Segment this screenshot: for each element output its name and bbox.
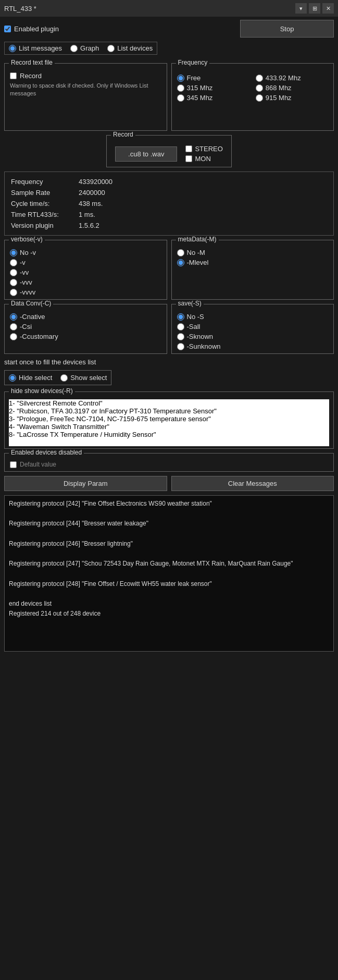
info-cycle-time-value: 438 ms. [79,200,103,207]
cu8-button[interactable]: .cu8 to .wav [115,146,177,162]
metadata-nom-radio[interactable] [177,249,184,256]
hide-show-devices-legend: hide show devices(-R) [9,387,75,395]
save-sall[interactable]: -Sall [177,323,329,330]
list-item: 4- "Waveman Switch Transmitter" [9,423,329,431]
save-nos-radio[interactable] [177,313,184,321]
freq-345[interactable]: 345 Mhz [177,94,249,102]
save-nos-label: No -S [187,313,204,321]
graph-radio[interactable] [70,45,78,52]
stop-button[interactable]: Stop [240,20,334,38]
pin-button[interactable]: ⊞ [309,3,320,14]
list-messages-option[interactable]: List messages [9,44,62,52]
record-label: Record [20,72,42,80]
enabled-plugin-checkbox[interactable] [4,26,11,32]
close-button[interactable]: ✕ [322,3,334,14]
main-content: Enabled plugin Stop List messages Graph … [0,17,338,655]
verbose-vvv-label: -vvv [20,278,32,286]
verbose-nov[interactable]: No -v [10,249,161,256]
verbose-vvv-radio[interactable] [10,279,17,286]
message-line: Registered 214 out of 248 device [9,609,329,619]
verbose-vvvv-radio[interactable] [10,289,17,296]
messages-area[interactable]: Registering protocol [242] "Fine Offset … [4,495,334,652]
verbose-vvvv[interactable]: -vvvv [10,288,161,296]
freq-915[interactable]: 915 Mhz [256,94,328,102]
list-messages-radio[interactable] [9,45,16,52]
save-sunknown[interactable]: -Sunknown [177,342,329,350]
list-item: 1- "Silvercrest Remote Control" [9,399,329,407]
metadata-mlevel[interactable]: -Mlevel [177,259,329,266]
clear-messages-button[interactable]: Clear Messages [171,476,334,491]
freq-315-radio[interactable] [177,84,184,92]
show-select-radio[interactable] [60,374,68,382]
dataconv-ccustomary[interactable]: -Ccustomary [10,333,161,340]
list-devices-label: List devices [117,44,153,52]
record-audio-checkboxes: STEREO MON [185,145,222,163]
record-checkbox-row: Record [10,72,161,80]
list-devices-radio[interactable] [107,45,115,52]
metadata-nom-label: No -M [187,249,205,256]
mon-checkbox[interactable] [185,155,192,162]
enabled-devices-legend: Enabled devices disabled [9,449,84,456]
freq-433[interactable]: 433.92 Mhz [256,74,328,82]
save-sunknown-radio[interactable] [177,343,184,350]
freq-345-radio[interactable] [177,94,184,102]
list-devices-option[interactable]: List devices [107,44,153,52]
display-param-button[interactable]: Display Param [4,476,167,491]
freq-free[interactable]: Free [177,74,249,82]
freq-433-radio[interactable] [256,75,263,82]
device-list[interactable]: 1- "Silvercrest Remote Control" 2- "Rubi… [9,399,329,446]
verbose-vv[interactable]: -vv [10,268,161,276]
dataconv-csi-radio[interactable] [10,323,17,330]
verbose-v[interactable]: -v [10,259,161,266]
info-version: Version plugin 1.5.6.2 [11,220,327,231]
save-sall-radio[interactable] [177,323,184,330]
freq-868[interactable]: 868 Mhz [256,84,328,92]
window-controls: ▾ ⊞ ✕ [295,3,334,14]
info-sample-rate: Sample Rate 2400000 [11,187,327,198]
message-line: Registering protocol [244] "Bresser wate… [9,519,329,529]
minimize-button[interactable]: ▾ [295,3,307,14]
freq-868-radio[interactable] [256,84,263,92]
save-sknown-radio[interactable] [177,333,184,340]
info-frequency-label: Frequency [11,178,79,186]
dataconv-cnative[interactable]: -Cnative [10,313,161,321]
record-text-file-legend: Record text file [9,59,55,66]
dataconv-csi-label: -Csi [20,323,32,330]
save-sknown[interactable]: -Sknown [177,333,329,340]
metadata-mlevel-radio[interactable] [177,259,184,266]
hide-select-radio[interactable] [9,374,16,382]
save-nos[interactable]: No -S [177,313,329,321]
dataconv-ccustomary-radio[interactable] [10,333,17,340]
freq-free-radio[interactable] [177,75,184,82]
verbose-box: verbose(-v) No -v -v -vv -vvv [4,240,167,300]
list-item: 8- "LaCrosse TX Temperature / Humidity S… [9,431,329,438]
dataconv-csi[interactable]: -Csi [10,323,161,330]
verbose-options: No -v -v -vv -vvv -vvvv [10,249,161,296]
hide-show-devices-box: hide show devices(-R) 1- "Silvercrest Re… [4,391,334,449]
info-version-value: 1.5.6.2 [79,222,99,229]
freq-315[interactable]: 315 Mhz [177,84,249,92]
dataconv-cnative-radio[interactable] [10,313,17,321]
save-sall-label: -Sall [187,323,201,330]
message-line: Registering protocol [248] "Fine Offset … [9,579,329,589]
show-select-option[interactable]: Show select [60,374,107,382]
view-mode-group: List messages Graph List devices [4,42,157,55]
info-sample-rate-label: Sample Rate [11,189,79,197]
verbose-v-radio[interactable] [10,259,17,266]
graph-option[interactable]: Graph [70,44,99,52]
stereo-checkbox[interactable] [185,145,192,152]
record-checkbox[interactable] [10,72,17,79]
verbose-vvvv-label: -vvvv [20,288,35,296]
hide-select-option[interactable]: Hide select [9,374,52,382]
default-value-checkbox[interactable] [10,461,17,468]
info-version-label: Version plugin [11,222,79,229]
freq-915-radio[interactable] [256,94,263,102]
verbose-nov-radio[interactable] [10,249,17,256]
title-bar: RTL_433 * ▾ ⊞ ✕ [0,0,338,17]
message-line: Registering protocol [242] "Fine Offset … [9,499,329,509]
enabled-plugin-row: Enabled plugin [4,25,235,33]
verbose-vv-radio[interactable] [10,269,17,276]
metadata-nom[interactable]: No -M [177,249,329,256]
verbose-vvv[interactable]: -vvv [10,278,161,286]
info-frequency-value: 433920000 [79,178,112,186]
